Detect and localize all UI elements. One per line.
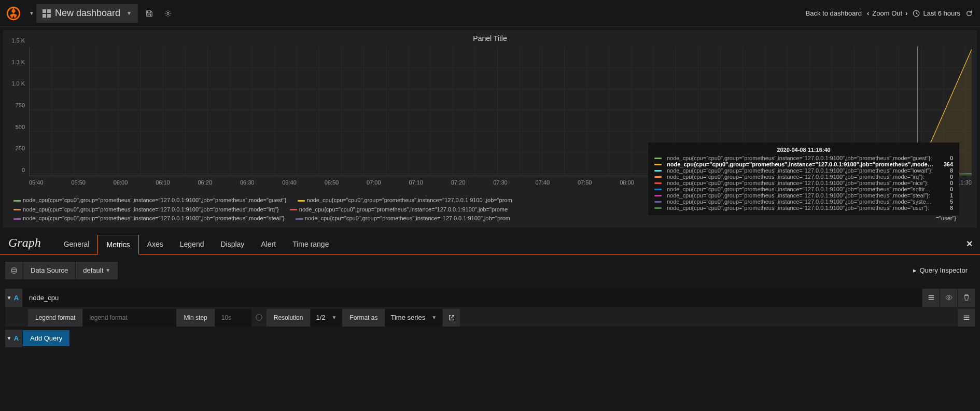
tooltip-series-label: node_cpu{cpu="cpu0",group="prometheus",i… [667, 155, 933, 161]
time-range-label: Last 6 hours [923, 9, 960, 17]
dashboard-dropdown[interactable]: New dashboard ▼ [36, 4, 138, 23]
y-axis: 02505007501.0 K1.3 K1.5 K [3, 47, 27, 176]
tooltip-row: node_cpu{cpu="cpu0",group="prometheus",i… [654, 155, 953, 161]
min-step-input[interactable] [215, 309, 251, 327]
tooltip-swatch [654, 158, 662, 159]
panel-editor: Graph GeneralMetricsAxesLegendDisplayAle… [0, 232, 980, 347]
tooltip-series-label: node_cpu{cpu="cpu0",group="prometheus",i… [667, 192, 933, 199]
editor-type-title: Graph [8, 236, 41, 250]
hover-tooltip: 2020-04-08 11:16:40 node_cpu{cpu="cpu0",… [648, 143, 959, 215]
tooltip-series-value: 0 [936, 174, 953, 180]
tooltip-series-value: 8 [936, 205, 953, 211]
query-options-row: Legend format Min step ⓘ Resolution 1/2▼… [5, 309, 975, 327]
svg-point-9 [12, 268, 17, 270]
query-row-a: ▼ A Legend format Min step ⓘ Resolution … [5, 289, 975, 327]
grafana-logo[interactable] [0, 0, 27, 27]
close-editor-button[interactable]: ✕ [959, 234, 980, 254]
legend-swatch [13, 218, 21, 220]
caret-down-icon: ▼ [7, 335, 12, 341]
refresh-icon[interactable] [965, 10, 973, 17]
time-range-picker[interactable]: Last 6 hours [913, 9, 960, 17]
tooltip-series-label: node_cpu{cpu="cpu0",group="prometheus",i… [667, 167, 933, 174]
legend-swatch [13, 200, 21, 202]
query-menu-button[interactable] [922, 289, 940, 307]
legend-item[interactable]: ="user"} [936, 214, 956, 223]
tooltip-row: node_cpu{cpu="cpu0",group="prometheus",i… [654, 167, 953, 174]
legend-item[interactable]: node_cpu{cpu="cpu0",group="prometheus",i… [296, 214, 510, 223]
legend-item[interactable]: node_cpu{cpu="cpu0",group="prometheus",i… [290, 205, 508, 215]
legend-item[interactable]: node_cpu{cpu="cpu0",group="prometheus",i… [13, 196, 286, 205]
svg-rect-2 [47, 9, 51, 13]
tooltip-series-value: 0 [936, 155, 953, 161]
info-icon[interactable]: ⓘ [251, 309, 267, 327]
svg-point-10 [948, 297, 950, 299]
legend-item[interactable]: node_cpu{cpu="cpu0",group="prometheus",i… [13, 214, 285, 223]
chevron-left-icon[interactable]: ‹ [867, 9, 869, 17]
tooltip-series-value: 0 [936, 186, 953, 192]
tab-axes[interactable]: Axes [139, 235, 172, 254]
graph-panel: Panel Title 02505007501.0 K1.3 K1.5 K 05… [3, 30, 977, 228]
resolution-select[interactable]: 1/2▼ [311, 309, 342, 327]
database-icon [10, 267, 18, 274]
chevron-right-icon: ▸ [913, 266, 917, 274]
query-delete-button[interactable] [957, 289, 975, 307]
svg-rect-3 [43, 14, 46, 18]
tab-metrics[interactable]: Metrics [97, 235, 138, 254]
tab-time-range[interactable]: Time range [284, 235, 337, 254]
tab-alert[interactable]: Alert [253, 235, 284, 254]
tooltip-row: node_cpu{cpu="cpu0",group="prometheus",i… [654, 199, 953, 205]
query-collapse-toggle[interactable]: ▼ A [5, 289, 23, 307]
zoom-controls: ‹ Zoom Out › [867, 9, 907, 17]
tooltip-swatch [654, 195, 662, 196]
caret-down-icon: ▼ [332, 315, 337, 320]
tab-legend[interactable]: Legend [172, 235, 213, 254]
datasource-select[interactable]: default ▼ [76, 262, 118, 279]
query-visibility-toggle[interactable] [940, 289, 957, 307]
save-icon [146, 10, 153, 17]
zoom-out-button[interactable]: Zoom Out [872, 9, 902, 17]
query-menu-button-2[interactable] [957, 309, 975, 327]
add-query-toggle[interactable]: ▼ A [5, 330, 23, 347]
logo-dropdown-caret[interactable]: ▼ [29, 10, 34, 16]
add-query-button[interactable]: Add Query [23, 330, 69, 346]
gear-icon [164, 10, 172, 17]
query-expression-input[interactable] [23, 289, 922, 307]
external-link-icon [448, 314, 455, 321]
legend-format-input[interactable] [83, 309, 176, 327]
tooltip-swatch [654, 170, 662, 172]
caret-down-icon: ▼ [7, 295, 12, 301]
query-letter: A [11, 294, 21, 302]
add-query-row: ▼ A Add Query [5, 330, 975, 347]
tooltip-series-value: 1 [936, 192, 953, 199]
tooltip-series-value: 0 [936, 180, 953, 186]
tab-general[interactable]: General [55, 235, 98, 254]
tab-display[interactable]: Display [212, 235, 253, 254]
legend-item[interactable]: node_cpu{cpu="cpu0",group="prometheus",i… [13, 205, 279, 215]
min-step-label: Min step [176, 309, 215, 327]
eye-icon [945, 294, 953, 301]
tooltip-row: node_cpu{cpu="cpu0",group="prometheus",i… [654, 180, 953, 186]
tooltip-series-value: 8 [936, 167, 953, 174]
external-link-button[interactable] [442, 309, 460, 327]
settings-button[interactable] [159, 4, 177, 23]
tooltip-swatch [654, 182, 662, 184]
add-query-letter: A [11, 334, 21, 342]
tooltip-row: node_cpu{cpu="cpu0",group="prometheus",i… [654, 205, 953, 211]
svg-point-5 [167, 12, 169, 15]
legend-item[interactable]: node_cpu{cpu="cpu0",group="prometheus",i… [298, 196, 512, 205]
save-button[interactable] [140, 4, 159, 23]
panel-title[interactable]: Panel Title [3, 30, 977, 47]
editor-tabs: Graph GeneralMetricsAxesLegendDisplayAle… [0, 232, 980, 254]
format-as-select[interactable]: Time series▼ [385, 309, 442, 327]
tooltip-series-label: node_cpu{cpu="cpu0",group="prometheus",i… [667, 199, 933, 205]
datasource-icon-button[interactable] [5, 262, 23, 279]
legend-format-label: Legend format [28, 309, 83, 327]
tooltip-swatch [654, 189, 662, 190]
datasource-row: Data Source default ▼ ▸ Query Inspector [0, 254, 980, 287]
tooltip-series-label: node_cpu{cpu="cpu0",group="prometheus",i… [667, 174, 933, 180]
top-nav: ▼ New dashboard ▼ Back to dashboard ‹ Zo… [0, 0, 980, 27]
chevron-right-icon[interactable]: › [905, 9, 907, 17]
back-to-dashboard-link[interactable]: Back to dashboard [806, 9, 862, 17]
dashboard-title: New dashboard [55, 8, 120, 19]
query-inspector-button[interactable]: ▸ Query Inspector [913, 266, 975, 274]
